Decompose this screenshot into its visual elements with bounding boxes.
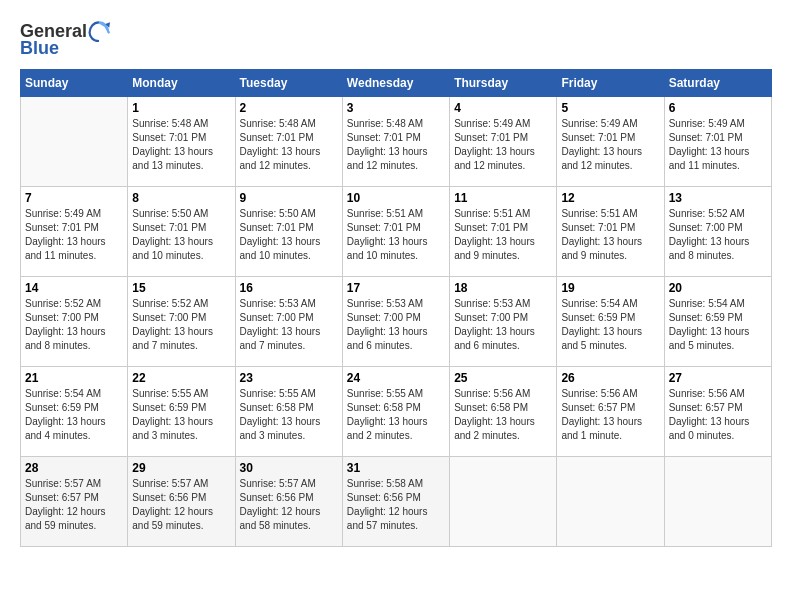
day-number: 16 xyxy=(240,281,338,295)
calendar-cell: 22Sunrise: 5:55 AMSunset: 6:59 PMDayligh… xyxy=(128,367,235,457)
calendar-cell: 31Sunrise: 5:58 AMSunset: 6:56 PMDayligh… xyxy=(342,457,449,547)
day-number: 13 xyxy=(669,191,767,205)
calendar-cell: 25Sunrise: 5:56 AMSunset: 6:58 PMDayligh… xyxy=(450,367,557,457)
day-info: Sunrise: 5:49 AMSunset: 7:01 PMDaylight:… xyxy=(454,117,552,173)
day-number: 30 xyxy=(240,461,338,475)
day-number: 20 xyxy=(669,281,767,295)
calendar-cell: 8Sunrise: 5:50 AMSunset: 7:01 PMDaylight… xyxy=(128,187,235,277)
day-info: Sunrise: 5:58 AMSunset: 6:56 PMDaylight:… xyxy=(347,477,445,533)
day-number: 12 xyxy=(561,191,659,205)
calendar-cell: 18Sunrise: 5:53 AMSunset: 7:00 PMDayligh… xyxy=(450,277,557,367)
calendar-cell: 19Sunrise: 5:54 AMSunset: 6:59 PMDayligh… xyxy=(557,277,664,367)
day-number: 14 xyxy=(25,281,123,295)
day-info: Sunrise: 5:52 AMSunset: 7:00 PMDaylight:… xyxy=(25,297,123,353)
day-info: Sunrise: 5:51 AMSunset: 7:01 PMDaylight:… xyxy=(561,207,659,263)
calendar-cell: 9Sunrise: 5:50 AMSunset: 7:01 PMDaylight… xyxy=(235,187,342,277)
day-info: Sunrise: 5:57 AMSunset: 6:56 PMDaylight:… xyxy=(132,477,230,533)
day-info: Sunrise: 5:48 AMSunset: 7:01 PMDaylight:… xyxy=(240,117,338,173)
calendar-cell: 3Sunrise: 5:48 AMSunset: 7:01 PMDaylight… xyxy=(342,97,449,187)
calendar-table: SundayMondayTuesdayWednesdayThursdayFrid… xyxy=(20,69,772,547)
calendar-cell: 5Sunrise: 5:49 AMSunset: 7:01 PMDaylight… xyxy=(557,97,664,187)
logo-icon xyxy=(88,20,110,42)
day-number: 19 xyxy=(561,281,659,295)
day-info: Sunrise: 5:51 AMSunset: 7:01 PMDaylight:… xyxy=(454,207,552,263)
calendar-cell: 11Sunrise: 5:51 AMSunset: 7:01 PMDayligh… xyxy=(450,187,557,277)
calendar-header-monday: Monday xyxy=(128,70,235,97)
day-number: 22 xyxy=(132,371,230,385)
calendar-cell xyxy=(664,457,771,547)
calendar-header-tuesday: Tuesday xyxy=(235,70,342,97)
day-number: 15 xyxy=(132,281,230,295)
day-number: 11 xyxy=(454,191,552,205)
day-info: Sunrise: 5:51 AMSunset: 7:01 PMDaylight:… xyxy=(347,207,445,263)
day-number: 31 xyxy=(347,461,445,475)
calendar-cell: 21Sunrise: 5:54 AMSunset: 6:59 PMDayligh… xyxy=(21,367,128,457)
calendar-cell: 15Sunrise: 5:52 AMSunset: 7:00 PMDayligh… xyxy=(128,277,235,367)
day-info: Sunrise: 5:56 AMSunset: 6:57 PMDaylight:… xyxy=(561,387,659,443)
day-info: Sunrise: 5:54 AMSunset: 6:59 PMDaylight:… xyxy=(25,387,123,443)
calendar-cell: 1Sunrise: 5:48 AMSunset: 7:01 PMDaylight… xyxy=(128,97,235,187)
logo-combined: General Blue xyxy=(20,20,110,59)
day-info: Sunrise: 5:55 AMSunset: 6:58 PMDaylight:… xyxy=(240,387,338,443)
calendar-cell: 29Sunrise: 5:57 AMSunset: 6:56 PMDayligh… xyxy=(128,457,235,547)
calendar-cell: 17Sunrise: 5:53 AMSunset: 7:00 PMDayligh… xyxy=(342,277,449,367)
day-number: 27 xyxy=(669,371,767,385)
day-number: 25 xyxy=(454,371,552,385)
day-info: Sunrise: 5:56 AMSunset: 6:58 PMDaylight:… xyxy=(454,387,552,443)
day-number: 29 xyxy=(132,461,230,475)
day-number: 21 xyxy=(25,371,123,385)
calendar-cell: 13Sunrise: 5:52 AMSunset: 7:00 PMDayligh… xyxy=(664,187,771,277)
day-info: Sunrise: 5:57 AMSunset: 6:56 PMDaylight:… xyxy=(240,477,338,533)
calendar-cell: 16Sunrise: 5:53 AMSunset: 7:00 PMDayligh… xyxy=(235,277,342,367)
day-number: 24 xyxy=(347,371,445,385)
calendar-cell: 2Sunrise: 5:48 AMSunset: 7:01 PMDaylight… xyxy=(235,97,342,187)
calendar-cell xyxy=(450,457,557,547)
day-info: Sunrise: 5:55 AMSunset: 6:59 PMDaylight:… xyxy=(132,387,230,443)
day-number: 8 xyxy=(132,191,230,205)
calendar-header-friday: Friday xyxy=(557,70,664,97)
day-number: 1 xyxy=(132,101,230,115)
day-number: 17 xyxy=(347,281,445,295)
day-info: Sunrise: 5:50 AMSunset: 7:01 PMDaylight:… xyxy=(132,207,230,263)
day-info: Sunrise: 5:56 AMSunset: 6:57 PMDaylight:… xyxy=(669,387,767,443)
calendar-header-row: SundayMondayTuesdayWednesdayThursdayFrid… xyxy=(21,70,772,97)
day-info: Sunrise: 5:54 AMSunset: 6:59 PMDaylight:… xyxy=(669,297,767,353)
calendar-header-wednesday: Wednesday xyxy=(342,70,449,97)
day-number: 4 xyxy=(454,101,552,115)
calendar-cell: 28Sunrise: 5:57 AMSunset: 6:57 PMDayligh… xyxy=(21,457,128,547)
calendar-header-saturday: Saturday xyxy=(664,70,771,97)
calendar-cell xyxy=(21,97,128,187)
day-info: Sunrise: 5:49 AMSunset: 7:01 PMDaylight:… xyxy=(561,117,659,173)
day-number: 26 xyxy=(561,371,659,385)
day-info: Sunrise: 5:52 AMSunset: 7:00 PMDaylight:… xyxy=(669,207,767,263)
day-number: 5 xyxy=(561,101,659,115)
day-number: 23 xyxy=(240,371,338,385)
logo: General Blue xyxy=(20,20,110,59)
day-info: Sunrise: 5:54 AMSunset: 6:59 PMDaylight:… xyxy=(561,297,659,353)
calendar-header-thursday: Thursday xyxy=(450,70,557,97)
day-info: Sunrise: 5:48 AMSunset: 7:01 PMDaylight:… xyxy=(132,117,230,173)
calendar-cell xyxy=(557,457,664,547)
day-number: 18 xyxy=(454,281,552,295)
week-row-5: 28Sunrise: 5:57 AMSunset: 6:57 PMDayligh… xyxy=(21,457,772,547)
calendar-cell: 30Sunrise: 5:57 AMSunset: 6:56 PMDayligh… xyxy=(235,457,342,547)
day-number: 28 xyxy=(25,461,123,475)
week-row-3: 14Sunrise: 5:52 AMSunset: 7:00 PMDayligh… xyxy=(21,277,772,367)
day-info: Sunrise: 5:49 AMSunset: 7:01 PMDaylight:… xyxy=(25,207,123,263)
calendar-cell: 10Sunrise: 5:51 AMSunset: 7:01 PMDayligh… xyxy=(342,187,449,277)
day-info: Sunrise: 5:53 AMSunset: 7:00 PMDaylight:… xyxy=(454,297,552,353)
logo-blue: Blue xyxy=(20,38,59,59)
calendar-header-sunday: Sunday xyxy=(21,70,128,97)
day-number: 6 xyxy=(669,101,767,115)
day-number: 3 xyxy=(347,101,445,115)
calendar-cell: 6Sunrise: 5:49 AMSunset: 7:01 PMDaylight… xyxy=(664,97,771,187)
week-row-2: 7Sunrise: 5:49 AMSunset: 7:01 PMDaylight… xyxy=(21,187,772,277)
page-header: General Blue xyxy=(20,20,772,59)
day-info: Sunrise: 5:48 AMSunset: 7:01 PMDaylight:… xyxy=(347,117,445,173)
day-info: Sunrise: 5:53 AMSunset: 7:00 PMDaylight:… xyxy=(347,297,445,353)
day-info: Sunrise: 5:57 AMSunset: 6:57 PMDaylight:… xyxy=(25,477,123,533)
day-info: Sunrise: 5:53 AMSunset: 7:00 PMDaylight:… xyxy=(240,297,338,353)
calendar-cell: 20Sunrise: 5:54 AMSunset: 6:59 PMDayligh… xyxy=(664,277,771,367)
day-number: 9 xyxy=(240,191,338,205)
calendar-cell: 27Sunrise: 5:56 AMSunset: 6:57 PMDayligh… xyxy=(664,367,771,457)
